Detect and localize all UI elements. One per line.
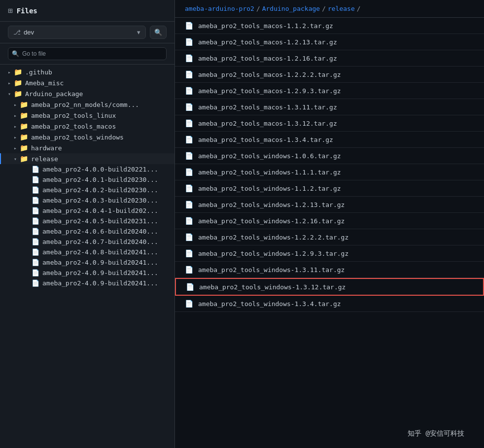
folder-icon: 📁 [14,79,22,87]
tree-item-label: ameba_pro2-4.0.9-build20241... [42,259,158,266]
tree-item-file9[interactable]: 📄ameba_pro2-4.0.8-build20241... [0,247,174,257]
file-row[interactable]: 📄ameba_pro2_tools_macos-1.2.13.tar.gz [175,34,484,50]
goto-file-input[interactable] [8,47,167,60]
file-icon: 📄 [32,259,39,266]
file-icon: 📄 [32,279,39,287]
tree-item-file10[interactable]: 📄ameba_pro2-4.0.9-build20241... [0,257,174,268]
tree-item-file12[interactable]: 📄ameba_pro2-4.0.9-build20241... [0,278,174,288]
file-row-icon: 📄 [185,201,193,208]
file-row[interactable]: 📄ameba_pro2_tools_windows-1.2.9.3.tar.gz [175,245,484,262]
tree-item-file4[interactable]: 📄ameba_pro2-4.0.3-build20230... [0,195,174,206]
file-row[interactable]: 📄ameba_pro2_tools_macos-1.3.11.tar.gz [175,99,484,115]
tree-item-label: Ameba_misc [25,79,64,87]
file-row[interactable]: 📄ameba_pro2_tools_windows-1.0.6.tar.gz [175,148,484,164]
tree-item-tools_linux[interactable]: ▸📁ameba_pro2_tools_linux [0,110,174,121]
tree-item-arduino_package[interactable]: ▾📁Arduino_package [0,88,174,99]
file-row-name: ameba_pro2_tools_macos-1.2.13.tar.gz [198,38,337,46]
tree-item-label: Arduino_package [25,90,83,98]
file-row[interactable]: 📄ameba_pro2_tools_macos-1.2.16.tar.gz [175,50,484,67]
tree-item-label: ameba_pro2_tools_linux [31,112,116,119]
sidebar-title: Files [17,7,37,15]
tree-item-file1[interactable]: 📄ameba_pro2-4.0.0-build20221... [0,164,174,174]
file-row[interactable]: 📄ameba_pro2_tools_windows-1.3.12.tar.gz [175,278,484,296]
sidebar-header: ⊞ Files [0,0,174,22]
file-row-name: ameba_pro2_tools_macos-1.3.11.tar.gz [198,103,337,111]
breadcrumb: ameba-arduino-pro2 / Arduino_package / r… [175,0,484,18]
tree-item-label: ameba_pro2-4.0.9-build20241... [42,279,158,287]
tree-item-file3[interactable]: 📄ameba_pro2-4.0.2-build20230... [0,185,174,195]
file-row[interactable]: 📄ameba_pro2_tools_windows-1.3.11.tar.gz [175,262,484,278]
git-branch-icon: ⎇ [13,29,21,36]
chevron-icon: ▾ [8,91,11,97]
file-icon: 📄 [32,248,39,256]
file-row[interactable]: 📄ameba_pro2_tools_windows-1.2.13.tar.gz [175,197,484,213]
chevron-icon: ▸ [14,113,17,118]
tree-item-file6[interactable]: 📄ameba_pro2-4.0.5-build20231... [0,216,174,226]
file-tree: ▸📁.github▸📁Ameba_misc▾📁Arduino_package▸📁… [0,65,174,448]
tree-item-ameba_nn[interactable]: ▸📁ameba_pro2_nn_models/comm... [0,99,174,110]
tree-item-label: ameba_pro2_tools_macos [31,123,116,130]
file-row-name: ameba_pro2_tools_windows-1.1.2.tar.gz [198,185,341,192]
tree-item-file7[interactable]: 📄ameba_pro2-4.0.6-build20240... [0,226,174,237]
breadcrumb-separator: / [357,5,361,12]
tree-item-label: ameba_pro2-4.0.7-build20240... [42,238,158,245]
tree-item-file8[interactable]: 📄ameba_pro2-4.0.7-build20240... [0,237,174,247]
file-row-name: ameba_pro2_tools_macos-1.3.12.tar.gz [198,120,337,127]
file-icon: 📄 [32,269,39,276]
goto-search-icon: 🔍 [12,50,19,57]
file-row-icon: 📄 [185,249,193,257]
tree-item-ameba_misc[interactable]: ▸📁Ameba_misc [0,77,174,88]
file-row[interactable]: 📄ameba_pro2_tools_macos-1.2.2.2.tar.gz [175,67,484,83]
tree-item-label: ameba_pro2-4.0.0-build20221... [42,166,158,173]
tree-item-label: ameba_pro2-4.0.8-build20241... [42,248,158,256]
file-row[interactable]: 📄ameba_pro2_tools_windows-1.1.1.tar.gz [175,164,484,180]
file-row-name: ameba_pro2_tools_windows-1.3.4.tar.gz [198,300,341,308]
file-row-name: ameba_pro2_tools_macos-1.3.4.tar.gz [198,136,333,143]
folder-icon: 📁 [14,90,22,98]
tree-item-release[interactable]: ▾📁release [0,153,174,164]
file-row[interactable]: 📄ameba_pro2_tools_macos-1.1.2.tar.gz [175,18,484,34]
file-row[interactable]: 📄ameba_pro2_tools_windows-1.2.2.2.tar.gz [175,229,484,245]
file-row-name: ameba_pro2_tools_macos-1.2.2.2.tar.gz [198,71,341,78]
file-icon: 📄 [32,166,39,173]
file-row-icon: 📄 [185,119,193,127]
breadcrumb-link[interactable]: release [328,5,355,12]
file-row-icon: 📄 [185,54,193,62]
tree-item-file2[interactable]: 📄ameba_pro2-4.0.1-build20230... [0,174,174,185]
file-row[interactable]: 📄ameba_pro2_tools_windows-1.1.2.tar.gz [175,180,484,197]
file-row[interactable]: 📄ameba_pro2_tools_macos-1.3.12.tar.gz [175,115,484,132]
file-row-icon: 📄 [185,38,193,46]
folder-icon: 📁 [20,111,28,119]
tree-item-label: ameba_pro2-4.0.3-build20230... [42,197,158,204]
branch-selector: ⎇ dev ▾ 🔍 [0,22,174,43]
file-row-icon: 📄 [185,300,193,308]
goto-file-wrapper: 🔍 [0,43,174,65]
branch-button[interactable]: ⎇ dev ▾ [8,26,146,39]
tree-item-tools_windows[interactable]: ▸📁ameba_pro2_tools_windows [0,132,174,142]
tree-item-hardware[interactable]: ▸📁hardware [0,142,174,153]
chevron-icon: ▸ [14,124,17,129]
tree-item-file5[interactable]: 📄ameba_pro2-4.0.4-1-build202... [0,206,174,216]
tree-item-label: ameba_pro2-4.0.9-build20241... [42,269,158,276]
tree-item-tools_macos[interactable]: ▸📁ameba_pro2_tools_macos [0,121,174,132]
folder-icon: 📁 [20,122,28,130]
chevron-icon: ▸ [14,102,17,107]
tree-item-github[interactable]: ▸📁.github [0,67,174,77]
breadcrumb-link[interactable]: ameba-arduino-pro2 [185,5,254,12]
file-row[interactable]: 📄ameba_pro2_tools_windows-1.2.16.tar.gz [175,213,484,229]
breadcrumb-link[interactable]: Arduino_package [262,5,320,12]
file-icon: 📄 [32,186,39,194]
folder-icon: 📁 [20,155,28,163]
file-row-name: ameba_pro2_tools_windows-1.0.6.tar.gz [198,152,341,160]
file-row[interactable]: 📄ameba_pro2_tools_macos-1.2.9.3.tar.gz [175,83,484,99]
file-row-icon: 📄 [185,136,193,143]
search-button[interactable]: 🔍 [150,26,167,39]
file-row[interactable]: 📄ameba_pro2_tools_macos-1.3.4.tar.gz [175,132,484,148]
file-row-icon: 📄 [185,87,193,95]
tree-item-file11[interactable]: 📄ameba_pro2-4.0.9-build20241... [0,268,174,278]
file-row-icon: 📄 [185,217,193,225]
file-row-name: ameba_pro2_tools_windows-1.1.1.tar.gz [198,169,341,176]
file-row[interactable]: 📄ameba_pro2_tools_windows-1.3.4.tar.gz [175,296,484,312]
file-row-name: ameba_pro2_tools_macos-1.2.9.3.tar.gz [198,87,341,95]
folder-icon: 📁 [14,68,22,76]
